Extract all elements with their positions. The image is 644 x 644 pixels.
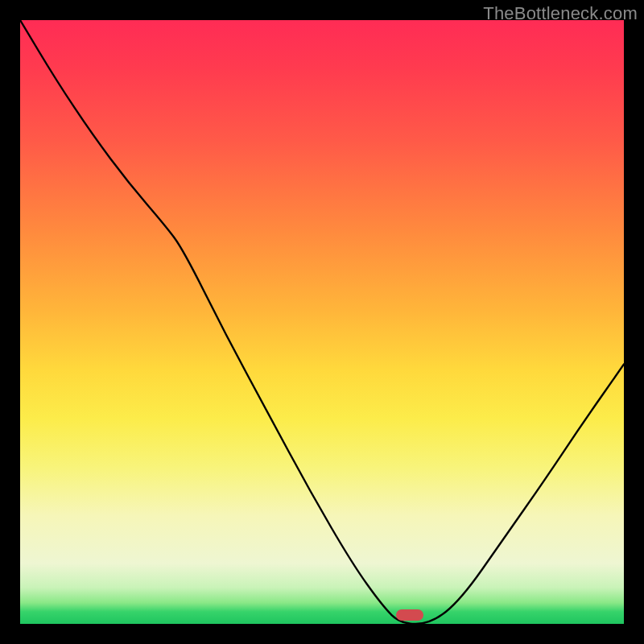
optimal-point-marker bbox=[396, 609, 423, 621]
plot-area bbox=[20, 20, 624, 624]
bottleneck-curve bbox=[20, 20, 624, 624]
watermark-text: TheBottleneck.com bbox=[483, 3, 638, 24]
chart-frame: TheBottleneck.com bbox=[0, 0, 644, 644]
